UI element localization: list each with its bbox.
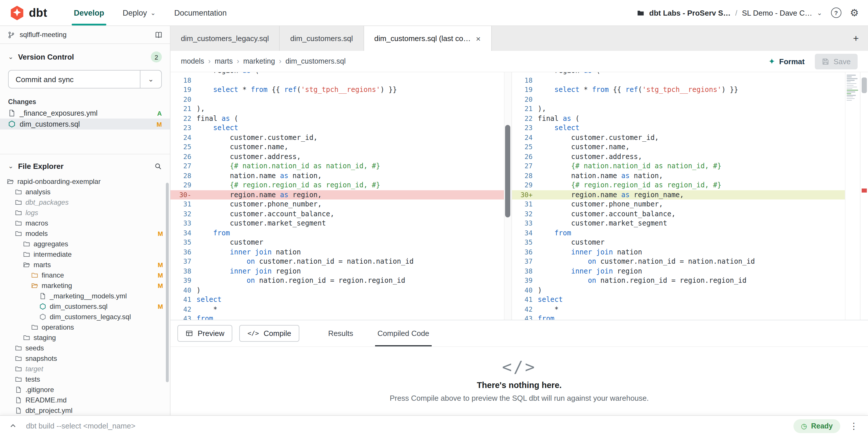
tree-item-label: intermediate <box>33 251 72 259</box>
tree-item-staging[interactable]: staging <box>0 332 170 343</box>
folder-open-icon <box>7 178 14 185</box>
commit-and-sync-button[interactable]: Commit and sync ⌄ <box>8 70 162 88</box>
editor-tab-dim-customers-legacy-sql[interactable]: dim_customers_legacy.sql <box>170 26 280 51</box>
tree-item-target[interactable]: target <box>0 364 170 374</box>
changes-list: _finance_exposures.ymlAdim_customers.sql… <box>0 108 170 129</box>
tree-item-tests[interactable]: tests <box>0 374 170 384</box>
gear-icon[interactable]: ⚙ <box>850 8 859 18</box>
nav-develop[interactable]: Develop <box>64 0 113 25</box>
tab-label: dim_customers.sql (last co… <box>374 34 471 43</box>
code-text: nation.name as nation, <box>538 171 663 180</box>
change-item-dim-customers-sql[interactable]: dim_customers.sqlM <box>0 119 170 129</box>
file-explorer-header[interactable]: ⌄ File Explorer <box>0 154 170 175</box>
account-switcher[interactable]: dbt Labs - ProServ S… / SL Demo - Dave C… <box>637 8 823 17</box>
tree-item-dbt-packages[interactable]: dbt_packages <box>0 197 170 208</box>
code-text: customer.account_balance, <box>538 209 676 219</box>
empty-state-subtitle: Press Compile above to preview the SQL d… <box>390 394 649 403</box>
tree-item-intermediate[interactable]: intermediate <box>0 249 170 260</box>
breadcrumb-item-marketing[interactable]: marketing <box>243 57 275 65</box>
line-number: 18 <box>170 76 196 85</box>
folder-icon <box>15 355 22 362</box>
minimap-line <box>847 90 858 91</box>
code-text: customer <box>196 238 263 247</box>
tree-item-finance[interactable]: financeM <box>0 270 170 281</box>
compile-button[interactable]: </> Compile <box>240 325 299 342</box>
breadcrumb-item-models[interactable]: models <box>181 57 204 65</box>
save-icon <box>822 58 830 65</box>
format-button[interactable]: ✦ Format <box>768 57 805 66</box>
folder-open-icon <box>31 282 38 289</box>
tree-item-gitignore[interactable]: .gitignore <box>0 384 170 395</box>
tree-item-macros[interactable]: macros <box>0 218 170 228</box>
search-icon[interactable] <box>154 163 162 170</box>
folder-icon <box>15 220 22 227</box>
scrollbar-thumb[interactable] <box>505 125 510 217</box>
top-nav: DevelopDeploy⌄Documentation <box>64 0 236 25</box>
diff-pane-right[interactable]: region as (1819 select * from {{ ref('st… <box>511 72 845 320</box>
sidebar: sqlfluff-meeting ⌄ Version Control 2 Com… <box>0 26 170 415</box>
ready-clock-icon: ◷ <box>801 423 807 429</box>
expand-panel-chevron-icon[interactable] <box>9 422 17 430</box>
kebab-menu-icon[interactable]: ⋮ <box>849 421 859 431</box>
modified-badge: M <box>158 282 163 289</box>
breadcrumb-item-dim-customers-sql[interactable]: dim_customers.sql <box>285 57 346 65</box>
preview-grid-icon <box>186 329 193 337</box>
tree-item-label: .gitignore <box>25 386 54 394</box>
save-button[interactable]: Save <box>815 54 858 69</box>
panel-tab-results[interactable]: Results <box>326 320 356 346</box>
line-number: 41 <box>170 295 196 304</box>
tree-item-dim-customers-legacy-sql[interactable]: dim_customers_legacy.sql <box>0 312 170 322</box>
tree-item-label: marketing <box>41 282 72 290</box>
project-folder-icon <box>637 9 645 17</box>
left-pane-scrollbar[interactable] <box>504 72 511 320</box>
line-number: 38 <box>170 266 196 276</box>
diff-pane-left[interactable]: region as (1819 select * from {{ ref('st… <box>170 72 504 320</box>
tree-item-marts[interactable]: martsM <box>0 260 170 270</box>
overview-ruler[interactable] <box>860 72 868 320</box>
code-text: ), <box>538 104 546 114</box>
line-number: 24 <box>512 133 538 142</box>
minimap-line <box>847 75 856 76</box>
tree-item-logs[interactable]: logs <box>0 208 170 218</box>
command-input[interactable]: dbt build --select <model_name> <box>26 422 784 430</box>
sidebar-scrollbar[interactable] <box>166 183 169 382</box>
nav-deploy[interactable]: Deploy⌄ <box>113 0 165 25</box>
tree-item-analysis[interactable]: analysis <box>0 187 170 197</box>
ruler-thumb[interactable] <box>862 78 867 93</box>
tree-item-rapid-onboarding-exemplar[interactable]: rapid-onboarding-exemplar <box>0 176 170 187</box>
code-line-38: 38 inner join region <box>170 266 504 276</box>
tree-item-marketing[interactable]: marketingM <box>0 281 170 291</box>
docs-book-icon[interactable] <box>155 31 162 38</box>
code-line-36: 36 inner join nation <box>170 247 504 257</box>
version-control-header[interactable]: ⌄ Version Control 2 <box>0 44 170 67</box>
change-item-finance-exposures-yml[interactable]: _finance_exposures.ymlA <box>0 108 170 119</box>
code-line-40: 40) <box>512 285 845 295</box>
editor-tab-dim-customers-sql[interactable]: dim_customers.sql <box>280 26 364 51</box>
editor-tab-dim-customers-sql-last-co[interactable]: dim_customers.sql (last co…× <box>364 26 492 51</box>
code-text: customer.name, <box>196 142 288 152</box>
tree-item-dim-customers-sql[interactable]: dim_customers.sqlM <box>0 301 170 312</box>
breadcrumb-item-marts[interactable]: marts <box>215 57 233 65</box>
nav-documentation[interactable]: Documentation <box>165 0 236 25</box>
commit-options-chevron[interactable]: ⌄ <box>140 70 161 88</box>
tree-item-marketing-models-yml[interactable]: _marketing__models.yml <box>0 291 170 301</box>
tree-item-models[interactable]: modelsM <box>0 228 170 239</box>
close-icon[interactable]: × <box>476 34 480 42</box>
tree-item-snapshots[interactable]: snapshots <box>0 353 170 364</box>
code-text: from <box>538 314 555 320</box>
tree-item-seeds[interactable]: seeds <box>0 343 170 353</box>
preview-button[interactable]: Preview <box>178 325 232 342</box>
dbt-logo[interactable]: dbt <box>9 0 47 25</box>
tree-item-aggregates[interactable]: aggregates <box>0 239 170 249</box>
tree-item-label: analysis <box>25 188 51 196</box>
tree-item-readme-md[interactable]: README.md <box>0 395 170 405</box>
file-icon <box>15 397 22 404</box>
tree-item-label: finance <box>41 271 64 279</box>
new-tab-button[interactable]: + <box>853 33 859 44</box>
help-icon[interactable]: ? <box>831 7 841 18</box>
panel-tab-compiled-code[interactable]: Compiled Code <box>375 320 431 346</box>
account-separator: / <box>735 8 737 17</box>
minimap[interactable] <box>845 72 860 320</box>
tree-item-dbt-project-yml[interactable]: dbt_project.yml <box>0 405 170 415</box>
tree-item-operations[interactable]: operations <box>0 322 170 332</box>
